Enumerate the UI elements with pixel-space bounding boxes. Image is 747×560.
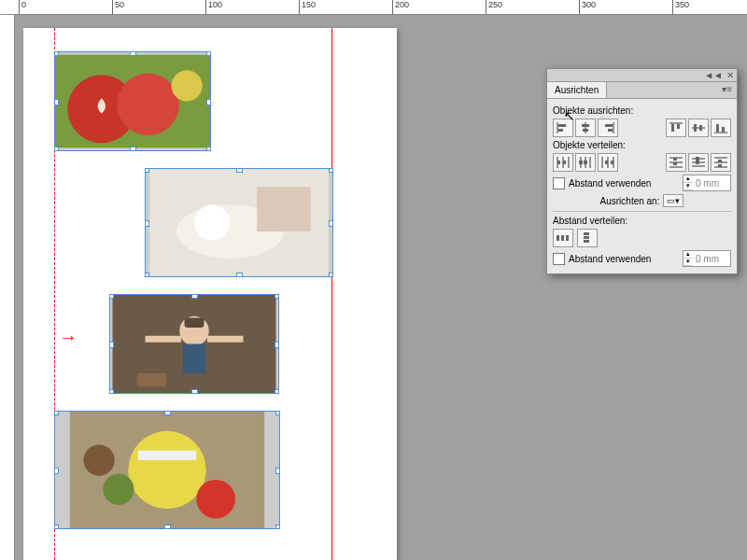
distribute-left-icon[interactable] [553, 153, 573, 172]
svg-rect-72 [584, 232, 589, 235]
spacing-field[interactable]: ▴▾ 0 mm [683, 175, 731, 191]
align-hcenter-icon[interactable] [575, 119, 596, 137]
image-frame-1[interactable] [54, 51, 211, 151]
spacing-field-2[interactable]: ▴▾ 0 mm [683, 250, 731, 267]
align-top-icon[interactable] [666, 119, 686, 137]
use-spacing-checkbox[interactable] [553, 177, 565, 189]
close-icon[interactable]: ✕ [726, 70, 734, 80]
ruler-horizontal: 0 50 100 150 200 250 300 350 [0, 0, 747, 15]
svg-rect-57 [673, 158, 677, 161]
svg-rect-70 [561, 235, 564, 241]
distribute-vspace-icon[interactable] [577, 229, 598, 247]
pointer-arrow-icon: → [59, 327, 78, 348]
svg-point-3 [172, 70, 203, 101]
spacing-value: 0 mm [693, 178, 730, 189]
distribute-hcenter-icon[interactable] [575, 153, 596, 172]
use-spacing-checkbox-2[interactable] [553, 253, 565, 265]
svg-rect-7 [257, 187, 311, 231]
svg-point-16 [128, 431, 205, 509]
label-use-spacing: Abstand verwenden [569, 178, 651, 189]
svg-rect-26 [583, 129, 588, 132]
tick-100: 100 [205, 0, 222, 14]
image-frame-4[interactable] [54, 411, 280, 529]
svg-rect-47 [579, 161, 583, 164]
tick-0: 0 [19, 0, 26, 14]
align-panel: ◄◄ ✕ Ausrichten ▾≡ Objekte ausrichten: [546, 68, 738, 274]
app-root: 0 50 100 150 200 250 300 350 → [0, 0, 747, 560]
tick-150: 150 [299, 0, 316, 14]
svg-rect-25 [582, 124, 589, 127]
tick-250: 250 [486, 0, 502, 14]
align-bottom-icon[interactable] [711, 119, 731, 137]
image-frame-2[interactable] [145, 168, 333, 277]
svg-rect-32 [677, 124, 680, 129]
distribute-bottom-icon[interactable] [711, 153, 731, 172]
tick-200: 200 [392, 0, 409, 14]
panel-tabs: Ausrichten ▾≡ [547, 82, 737, 99]
document-page[interactable] [23, 28, 397, 560]
label-use-spacing-2: Abstand verwenden [569, 254, 651, 264]
align-left-icon[interactable] [553, 119, 573, 137]
distribute-top-icon[interactable] [666, 153, 686, 172]
svg-rect-67 [718, 160, 722, 162]
svg-rect-10 [185, 318, 204, 329]
svg-rect-13 [207, 336, 244, 343]
svg-rect-20 [138, 451, 197, 460]
svg-rect-62 [696, 157, 699, 161]
label-align-objects: Objekte ausrichten: [553, 105, 731, 116]
svg-rect-63 [696, 161, 699, 164]
svg-point-2 [117, 74, 178, 135]
label-distribute-objects: Objekte verteilen: [553, 140, 731, 150]
svg-rect-73 [584, 236, 589, 239]
svg-point-19 [83, 444, 114, 475]
spacing-value-2: 0 mm [693, 254, 730, 264]
label-align-to: Ausrichten an: [600, 196, 660, 206]
align-to-dropdown[interactable]: ▭▾ [663, 194, 684, 207]
svg-point-18 [103, 474, 134, 505]
ruler-vertical [0, 0, 15, 560]
svg-rect-31 [671, 124, 674, 132]
svg-rect-71 [566, 235, 569, 241]
align-vcenter-icon[interactable] [688, 119, 709, 137]
svg-point-17 [196, 480, 235, 519]
panel-top-controls: ◄◄ ✕ [547, 69, 737, 82]
svg-rect-38 [722, 127, 725, 132]
image-frame-3[interactable] [109, 294, 279, 394]
svg-rect-12 [146, 336, 182, 343]
distribute-hspace-icon[interactable] [553, 229, 573, 247]
tick-350: 350 [672, 0, 689, 14]
svg-rect-35 [699, 125, 702, 131]
svg-rect-14 [137, 373, 167, 386]
svg-rect-43 [563, 161, 566, 164]
label-space-distribute: Abstand verteilen: [553, 216, 731, 226]
svg-rect-42 [557, 161, 560, 164]
svg-rect-28 [605, 124, 613, 127]
svg-rect-11 [183, 344, 206, 374]
tick-300: 300 [579, 0, 596, 14]
svg-rect-53 [611, 161, 613, 164]
svg-rect-74 [584, 240, 589, 243]
distribute-vcenter-icon[interactable] [688, 153, 709, 172]
svg-rect-58 [673, 162, 677, 165]
svg-rect-23 [558, 129, 563, 132]
svg-rect-69 [557, 235, 559, 241]
guide-right[interactable] [331, 28, 332, 560]
svg-rect-52 [605, 161, 608, 164]
tab-ausrichten[interactable]: Ausrichten [547, 82, 607, 98]
svg-rect-29 [608, 129, 613, 132]
panel-menu-icon[interactable]: ▾≡ [717, 82, 737, 98]
tick-50: 50 [112, 0, 124, 14]
svg-rect-34 [694, 124, 697, 132]
collapse-icon[interactable]: ◄◄ [704, 70, 723, 80]
svg-rect-37 [716, 124, 719, 132]
svg-rect-48 [584, 161, 587, 164]
svg-point-6 [194, 204, 230, 240]
svg-rect-68 [718, 164, 722, 167]
align-right-icon[interactable] [598, 119, 618, 137]
svg-rect-22 [558, 124, 566, 127]
distribute-right-icon[interactable] [598, 153, 618, 172]
